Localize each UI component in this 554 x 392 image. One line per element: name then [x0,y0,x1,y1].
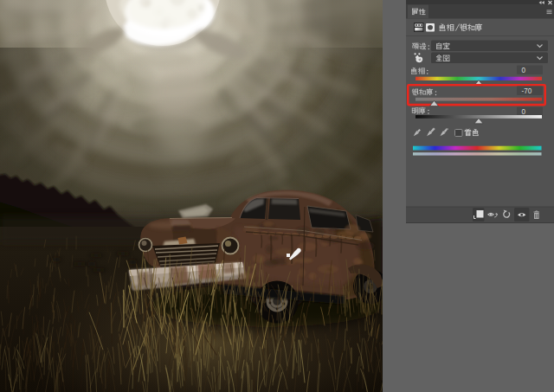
svg-text:0: 0 [522,67,526,74]
svg-text:-70: -70 [522,87,532,95]
svg-text:0: 0 [522,108,526,116]
